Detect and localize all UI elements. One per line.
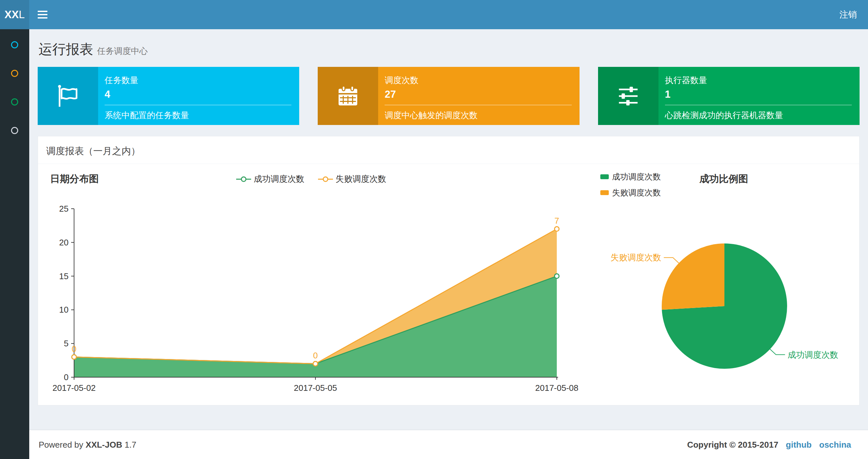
- oschina-link[interactable]: oschina: [819, 440, 851, 450]
- date-distribution-chart: 05101520252017-05-022017-05-052017-05-08…: [38, 188, 590, 402]
- info-box-value: 1: [665, 89, 852, 100]
- svg-text:0: 0: [64, 372, 68, 382]
- svg-text:7: 7: [555, 216, 559, 226]
- page-footer: Powered by XXL-JOB 1.7 Copyright © 2015-…: [29, 430, 868, 459]
- svg-text:25: 25: [59, 204, 68, 214]
- svg-text:2017-05-02: 2017-05-02: [53, 383, 96, 393]
- page-header: 运行报表任务调度中心: [39, 40, 148, 59]
- hamburger-icon: [38, 11, 48, 12]
- info-box-title: 调度次数: [384, 75, 571, 86]
- svg-text:失败调度次数: 失败调度次数: [610, 253, 661, 262]
- legend-label: 成功调度次数: [612, 171, 661, 182]
- legend-label: 失败调度次数: [336, 173, 386, 185]
- svg-text:2017-05-08: 2017-05-08: [535, 383, 579, 393]
- sidebar-item-job-manage[interactable]: [11, 70, 18, 77]
- info-box-value: 4: [104, 89, 291, 100]
- calendar-icon: [318, 67, 378, 125]
- logout-link[interactable]: 注销: [828, 0, 868, 29]
- info-box-divider: [384, 105, 571, 105]
- svg-text:2017-05-05: 2017-05-05: [294, 383, 337, 393]
- info-box-body: 调度次数 27 调度中心触发的调度次数: [378, 67, 579, 125]
- info-box-executors: 执行器数量 1 心跳检测成功的执行器机器数量: [598, 67, 860, 125]
- info-box-desc: 心跳检测成功的执行器机器数量: [665, 110, 852, 121]
- svg-text:20: 20: [59, 238, 68, 248]
- flag-icon: [38, 67, 98, 125]
- line-chart-title: 日期分布图: [50, 172, 99, 186]
- page-subtitle: 任务调度中心: [97, 46, 148, 56]
- product-name: XXL-JOB: [86, 440, 122, 450]
- product-version: 1.7: [124, 440, 136, 450]
- sidebar-item-executor[interactable]: [11, 127, 18, 134]
- hamburger-icon: [38, 14, 48, 15]
- info-box-body: 任务数量 4 系统中配置的任务数量: [98, 67, 299, 125]
- svg-text:0: 0: [72, 344, 76, 354]
- app-logo[interactable]: XXL: [0, 0, 29, 29]
- svg-text:0: 0: [313, 351, 318, 360]
- info-box-desc: 调度中心触发的调度次数: [384, 110, 571, 121]
- info-box-body: 执行器数量 1 心跳检测成功的执行器机器数量: [658, 67, 860, 125]
- svg-text:成功调度次数: 成功调度次数: [788, 350, 838, 360]
- legend-label: 成功调度次数: [254, 173, 304, 185]
- powered-by: Powered by XXL-JOB 1.7: [39, 430, 136, 459]
- line-series-icon: [236, 176, 251, 182]
- pie-chart-title: 成功比例图: [646, 172, 802, 186]
- sidebar-toggle-button[interactable]: [30, 0, 55, 29]
- sidebar-item-job-log[interactable]: [11, 98, 18, 105]
- line-legend: 成功调度次数失败调度次数: [236, 173, 386, 185]
- powered-by-label: Powered by: [39, 440, 83, 450]
- info-box-row: 任务数量 4 系统中配置的任务数量: [38, 67, 860, 125]
- page-title: 运行报表: [39, 41, 93, 57]
- copyright: Copyright © 2015-2017 github oschina: [687, 430, 851, 459]
- info-box-triggers: 调度次数 27 调度中心触发的调度次数: [318, 67, 579, 125]
- info-box-divider: [104, 105, 291, 105]
- info-box-title: 任务数量: [104, 75, 291, 86]
- github-link[interactable]: github: [786, 440, 811, 450]
- sliders-icon: [598, 67, 658, 125]
- main-content: 运行报表任务调度中心 任务数量 4 系统中配置的任务数量: [29, 29, 868, 430]
- panel-title: 调度报表（一月之内）: [46, 145, 140, 158]
- svg-text:5: 5: [64, 338, 68, 348]
- legend-item-success[interactable]: 成功调度次数: [236, 173, 304, 185]
- hamburger-icon: [38, 17, 48, 19]
- legend-item-fail[interactable]: 失败调度次数: [318, 173, 386, 185]
- info-box-desc: 系统中配置的任务数量: [104, 110, 291, 121]
- svg-text:15: 15: [59, 271, 68, 281]
- top-navbar: XXL 注销: [0, 0, 868, 29]
- line-series-icon: [318, 176, 333, 182]
- sidebar-item-report[interactable]: [11, 41, 18, 48]
- info-box-value: 27: [384, 89, 571, 100]
- info-box-title: 执行器数量: [665, 75, 852, 86]
- logo-text-bold: XX: [4, 8, 19, 21]
- success-ratio-pie-chart: 成功调度次数失败调度次数: [597, 188, 860, 402]
- schedule-report-panel: 调度报表（一月之内） 日期分布图 成功调度次数失败调度次数 0510152025…: [38, 136, 860, 405]
- legend-item-success[interactable]: 成功调度次数: [600, 171, 661, 182]
- legend-swatch: [600, 174, 609, 179]
- panel-divider: [38, 164, 859, 164]
- svg-text:10: 10: [59, 305, 68, 315]
- copyright-text: Copyright © 2015-2017: [687, 440, 778, 450]
- sidebar-menu: [0, 29, 29, 459]
- info-box-jobs: 任务数量 4 系统中配置的任务数量: [38, 67, 299, 125]
- logo-text-light: L: [19, 8, 25, 21]
- info-box-divider: [665, 105, 852, 105]
